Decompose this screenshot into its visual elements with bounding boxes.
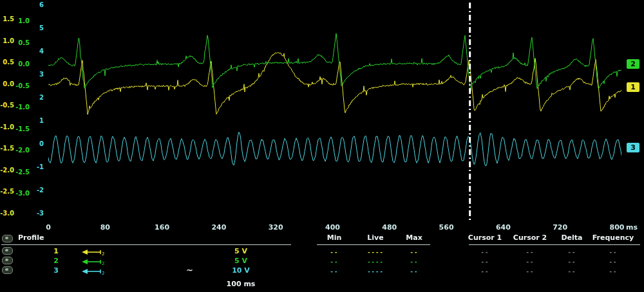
cursor-frequency-ch1: -- bbox=[609, 249, 618, 255]
cursor-header-cursor-2: Cursor 2 bbox=[513, 233, 547, 242]
stats-min-ch2: -- bbox=[330, 259, 339, 265]
profile-header: Profile bbox=[18, 233, 44, 242]
stats-min-ch1: -- bbox=[330, 249, 339, 255]
ac-coupling-icon: ~ bbox=[186, 265, 193, 275]
channel-visibility-toggle[interactable] bbox=[2, 266, 13, 274]
cursor-cursor2-ch3: -- bbox=[526, 268, 535, 275]
stats-min-ch3: -- bbox=[330, 268, 339, 275]
cursor-delta-ch1: -- bbox=[568, 249, 576, 255]
channel-1-number: 1 bbox=[52, 247, 61, 255]
channel-2-range-value[interactable]: 5 V bbox=[234, 257, 247, 265]
channel-badge-3[interactable]: 3 bbox=[627, 143, 639, 152]
stats-header-live: Live bbox=[367, 233, 383, 242]
svg-text:2: 2 bbox=[102, 261, 104, 266]
stats-max-ch3: -- bbox=[410, 268, 419, 275]
channel-badge-1[interactable]: 1 bbox=[627, 82, 639, 92]
eye-icon bbox=[5, 249, 8, 251]
cursor-cursor1-ch2: -- bbox=[481, 259, 489, 265]
channel-1-range-value[interactable]: 5 V bbox=[234, 247, 247, 255]
channel-3-range-value[interactable]: 10 V bbox=[232, 266, 250, 275]
cursor-header-frequency: Frequency bbox=[592, 233, 634, 242]
stats-live-ch3: ---- bbox=[367, 268, 384, 275]
channel-badges: 213 bbox=[0, 0, 644, 232]
stats-header-min: Min bbox=[327, 233, 342, 242]
svg-text:2: 2 bbox=[102, 251, 104, 256]
stats-header-max: Max bbox=[406, 233, 422, 242]
waveform-display[interactable]: 1.51.00.50.0-0.5-1.0-1.5-2.0-2.5-3.01.00… bbox=[0, 0, 644, 232]
channel-visibility-toggle[interactable] bbox=[2, 235, 13, 242]
channel-3-input-arrow-icon[interactable]: 2 bbox=[81, 266, 106, 273]
stats-divider bbox=[317, 244, 430, 245]
timebase-value[interactable]: 100 ms bbox=[227, 280, 256, 288]
stats-max-ch2: -- bbox=[410, 259, 419, 265]
cursor-cursor1-ch1: -- bbox=[481, 249, 489, 255]
cursor-frequency-ch3: -- bbox=[609, 268, 618, 275]
channel-badge-2[interactable]: 2 bbox=[627, 59, 639, 69]
cursor-delta-ch3: -- bbox=[568, 268, 576, 275]
channel-2-input-arrow-icon[interactable]: 2 bbox=[81, 256, 106, 264]
channel-1-input-arrow-icon[interactable]: 2 bbox=[81, 246, 106, 254]
channel-visibility-toggle[interactable] bbox=[2, 257, 13, 264]
cursor-header-cursor-1: Cursor 1 bbox=[468, 233, 502, 242]
cursor-frequency-ch2: -- bbox=[609, 259, 618, 265]
eye-icon bbox=[5, 237, 8, 239]
eye-icon bbox=[5, 268, 8, 271]
channel-visibility-toggle[interactable] bbox=[2, 247, 13, 255]
cursor-header-delta: Delta bbox=[561, 233, 582, 242]
eye-icon bbox=[5, 259, 8, 261]
cursors-divider bbox=[469, 244, 640, 245]
cursor-cursor2-ch2: -- bbox=[526, 259, 535, 265]
cursor-delta-ch2: -- bbox=[568, 259, 576, 265]
stats-live-ch2: ---- bbox=[367, 259, 384, 265]
cursor-cursor1-ch3: -- bbox=[481, 268, 489, 275]
channel-3-number: 3 bbox=[52, 266, 61, 275]
cursor-cursor2-ch1: -- bbox=[526, 249, 535, 255]
scope-application-window: 1.51.00.50.0-0.5-1.0-1.5-2.0-2.5-3.01.00… bbox=[0, 0, 644, 292]
channel-2-number: 2 bbox=[52, 257, 61, 265]
stats-live-ch1: ---- bbox=[367, 249, 384, 255]
control-panel: Profile 1 2 5 V 2 2 5 V 3 bbox=[0, 232, 644, 292]
stats-max-ch1: -- bbox=[410, 249, 419, 255]
svg-text:2: 2 bbox=[102, 271, 104, 275]
profile-divider bbox=[1, 244, 291, 245]
